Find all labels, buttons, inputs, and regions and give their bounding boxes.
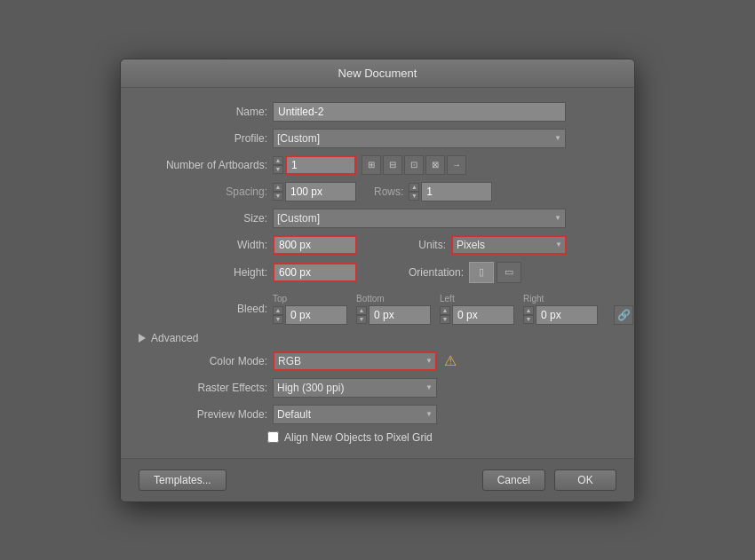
artboards-input[interactable] <box>285 155 356 175</box>
artboards-label: Number of Artboards: <box>139 159 267 171</box>
bleed-right-spinner[interactable]: ▲ ▼ <box>523 306 534 324</box>
size-label: Size: <box>139 212 267 225</box>
bleed-section: Bleed: Top ▲ ▼ Bottom <box>139 290 616 325</box>
bleed-bottom-down[interactable]: ▼ <box>356 315 367 324</box>
name-row: Name: <box>139 102 616 122</box>
spacing-down[interactable]: ▼ <box>273 192 283 201</box>
artboards-down[interactable]: ▼ <box>273 165 283 174</box>
color-mode-row: Color Mode: RGB CMYK ⚠ <box>139 351 616 371</box>
pixel-grid-label: Align New Objects to Pixel Grid <box>284 431 433 444</box>
bleed-label: Bleed: <box>139 303 267 315</box>
advanced-section: Advanced Color Mode: RGB CMYK ⚠ Raster E… <box>139 332 616 444</box>
bleed-left-up[interactable]: ▲ <box>440 306 450 315</box>
profile-row: Profile: [Custom] <box>139 129 616 148</box>
bleed-row: Bleed: Top ▲ ▼ Bottom <box>139 294 616 325</box>
orientation-label: Orientation: <box>401 266 464 279</box>
layout-arrange-btn[interactable]: ⊠ <box>425 155 445 175</box>
artboard-layout-buttons: ⊞ ⊟ ⊡ ⊠ → <box>362 155 466 175</box>
spacing-input[interactable] <box>285 182 356 201</box>
bleed-bottom-label: Bottom <box>356 294 385 304</box>
rows-up[interactable]: ▲ <box>409 183 419 192</box>
templates-button[interactable]: Templates... <box>139 469 226 491</box>
cancel-button[interactable]: Cancel <box>482 469 545 491</box>
spacing-spinner[interactable]: ▲ ▼ <box>273 183 283 201</box>
bleed-right-up[interactable]: ▲ <box>523 306 534 315</box>
landscape-button[interactable]: ▭ <box>497 262 521 283</box>
bleed-left-input[interactable] <box>452 305 514 325</box>
advanced-title: Advanced <box>151 332 198 344</box>
bleed-left-label: Left <box>440 294 455 304</box>
layout-col-btn[interactable]: ⊡ <box>404 155 424 175</box>
preview-mode-row: Preview Mode: Default Pixel Overprint <box>139 405 616 424</box>
bleed-bottom-spinner[interactable]: ▲ ▼ <box>356 306 367 324</box>
bleed-top-label: Top <box>273 294 287 304</box>
layout-right-btn[interactable]: → <box>447 155 466 175</box>
size-row: Size: [Custom] <box>139 209 616 228</box>
width-row: Width: Units: Pixels Inches Millimeters <box>139 235 616 255</box>
bleed-right-label: Right <box>523 294 544 304</box>
ok-button[interactable]: OK <box>554 469 616 491</box>
profile-label: Profile: <box>139 132 267 145</box>
rows-label: Rows: <box>374 185 403 198</box>
bleed-top-up[interactable]: ▲ <box>273 306 283 315</box>
units-select[interactable]: Pixels Inches Millimeters <box>451 235 567 255</box>
artboards-row: Number of Artboards: ▲ ▼ ⊞ ⊟ ⊡ ⊠ → <box>139 155 616 175</box>
width-label: Width: <box>139 239 267 251</box>
bleed-left-item: Left ▲ ▼ <box>440 294 514 325</box>
bleed-top-spinner[interactable]: ▲ ▼ <box>273 306 283 324</box>
advanced-triangle-icon <box>139 334 146 343</box>
warning-icon: ⚠ <box>444 352 457 369</box>
bleed-top-item: Top ▲ ▼ <box>273 294 347 325</box>
height-label: Height: <box>139 266 267 279</box>
bleed-bottom-input[interactable] <box>369 305 431 325</box>
artboards-spinner[interactable]: ▲ ▼ <box>273 156 283 174</box>
height-input[interactable] <box>273 263 357 282</box>
bleed-top-input[interactable] <box>285 305 347 325</box>
pixel-grid-checkbox[interactable] <box>267 431 279 443</box>
bleed-top-down[interactable]: ▼ <box>273 315 283 324</box>
bleed-left-down[interactable]: ▼ <box>440 315 450 324</box>
dialog-title: New Document <box>121 59 634 88</box>
name-input[interactable] <box>273 102 566 122</box>
color-mode-select[interactable]: RGB CMYK <box>273 351 437 371</box>
name-label: Name: <box>139 106 267 118</box>
size-select[interactable]: [Custom] <box>273 209 566 228</box>
portrait-button[interactable]: ▯ <box>469 262 494 283</box>
bleed-lock-button[interactable]: 🔗 <box>614 305 633 325</box>
bleed-right-down[interactable]: ▼ <box>523 315 534 324</box>
advanced-toggle[interactable]: Advanced <box>139 332 616 344</box>
rows-input[interactable] <box>421 182 492 201</box>
width-input[interactable] <box>273 235 357 255</box>
spacing-up[interactable]: ▲ <box>273 183 283 192</box>
bleed-left-spinner[interactable]: ▲ ▼ <box>440 306 450 324</box>
layout-grid-btn[interactable]: ⊞ <box>362 155 381 175</box>
artboards-up[interactable]: ▲ <box>273 156 283 165</box>
bleed-bottom-up[interactable]: ▲ <box>356 306 367 315</box>
dialog-footer: Templates... Cancel OK <box>121 458 634 501</box>
raster-effects-row: Raster Effects: High (300 ppi) Medium (1… <box>139 378 616 398</box>
color-mode-label: Color Mode: <box>139 355 267 367</box>
rows-down[interactable]: ▼ <box>409 192 419 201</box>
pixel-grid-row: Align New Objects to Pixel Grid <box>267 431 616 444</box>
units-label: Units: <box>401 239 446 251</box>
rows-spinner[interactable]: ▲ ▼ <box>409 183 419 201</box>
preview-mode-label: Preview Mode: <box>139 408 267 421</box>
bleed-bottom-item: Bottom ▲ ▼ <box>356 294 431 325</box>
profile-select[interactable]: [Custom] <box>273 129 566 148</box>
bleed-right-item: Right ▲ ▼ <box>523 294 598 325</box>
height-row: Height: Orientation: ▯ ▭ <box>139 262 616 283</box>
new-document-dialog: New Document Name: Profile: [Custom] Num… <box>120 59 635 502</box>
raster-effects-label: Raster Effects: <box>139 382 267 394</box>
preview-mode-select[interactable]: Default Pixel Overprint <box>273 405 437 424</box>
spacing-label: Spacing: <box>139 185 267 198</box>
layout-row-btn[interactable]: ⊟ <box>383 155 402 175</box>
raster-effects-select[interactable]: High (300 ppi) Medium (150 ppi) Screen (… <box>273 378 437 398</box>
spacing-row: Spacing: ▲ ▼ Rows: ▲ ▼ <box>139 182 616 201</box>
bleed-right-input[interactable] <box>536 305 598 325</box>
